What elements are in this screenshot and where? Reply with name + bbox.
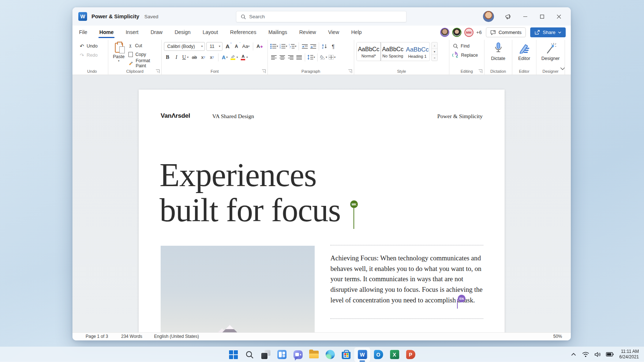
align-right-button[interactable]: [287, 53, 295, 61]
battery-button[interactable]: [605, 349, 615, 360]
editing-dialog-launcher[interactable]: ↘: [479, 69, 482, 73]
document-image[interactable]: [161, 246, 315, 332]
tab-design[interactable]: Design: [174, 26, 191, 38]
excel-taskbar-button[interactable]: X: [386, 347, 402, 362]
search-input[interactable]: Search: [236, 11, 407, 22]
tab-mailings[interactable]: Mailings: [267, 26, 288, 38]
show-paragraph-marks-button[interactable]: ¶: [329, 42, 337, 50]
tab-draw[interactable]: Draw: [150, 26, 163, 38]
style-scroll-down[interactable]: ▼: [432, 49, 437, 55]
collaborator-avatar-2[interactable]: [452, 28, 461, 37]
tab-file[interactable]: File: [78, 26, 88, 38]
outlook-taskbar-button[interactable]: O: [370, 347, 386, 362]
find-button[interactable]: Find: [452, 41, 482, 50]
maximize-button[interactable]: [533, 10, 550, 23]
share-button[interactable]: Share: [530, 27, 566, 37]
style-gallery-more[interactable]: ≡: [432, 55, 437, 61]
tray-overflow-button[interactable]: [569, 349, 579, 360]
font-dialog-launcher[interactable]: ↘: [262, 69, 266, 73]
taskbar-clock[interactable]: 11:11 AM 6/24/2021: [619, 349, 639, 360]
designer-button[interactable]: Designer: [539, 41, 562, 61]
comments-button[interactable]: Comments: [486, 27, 526, 37]
start-button[interactable]: [225, 347, 242, 362]
bullets-button[interactable]: ▾: [270, 42, 278, 50]
powerpoint-taskbar-button[interactable]: P: [402, 347, 419, 362]
close-button[interactable]: [550, 10, 567, 23]
edge-button[interactable]: [322, 347, 338, 362]
highlight-color-button[interactable]: ▾: [230, 53, 239, 61]
shrink-font-button[interactable]: Aˇ: [233, 42, 240, 50]
word-taskbar-button[interactable]: W: [354, 347, 370, 362]
font-name-select[interactable]: Calibri (Body) ▾: [164, 42, 205, 51]
align-left-button[interactable]: [270, 53, 278, 61]
style-normal[interactable]: AaBbCc Normal*: [356, 42, 381, 61]
microsoft-store-button[interactable]: [338, 347, 354, 362]
paragraph-dialog-launcher[interactable]: ↘: [348, 69, 352, 73]
clear-formatting-button[interactable]: A◆: [256, 42, 263, 50]
feedback-button[interactable]: [501, 10, 517, 23]
language-indicator[interactable]: English (United States): [154, 333, 199, 340]
dictate-button[interactable]: Dictate: [487, 41, 510, 61]
bold-button[interactable]: B: [164, 53, 171, 61]
word-count[interactable]: 234 Words: [121, 333, 142, 340]
task-view-button[interactable]: [258, 347, 274, 362]
undo-button[interactable]: ↶ Undo: [78, 41, 106, 50]
collaborator-avatar-3[interactable]: MM: [464, 28, 473, 37]
tab-home[interactable]: Home: [99, 26, 115, 38]
clipboard-dialog-launcher[interactable]: ↘: [156, 69, 160, 73]
italic-button[interactable]: I: [173, 53, 180, 61]
editor-button[interactable]: Editor: [514, 41, 534, 61]
file-explorer-button[interactable]: [306, 347, 322, 362]
replace-button[interactable]: bc Replace: [452, 50, 482, 60]
collaborators-more-count[interactable]: +6: [476, 30, 482, 35]
text-effects-button[interactable]: A▾: [221, 53, 228, 61]
format-painter-button[interactable]: Format Paint: [127, 59, 159, 68]
line-spacing-button[interactable]: ▾: [307, 53, 315, 61]
widgets-button[interactable]: [274, 347, 290, 362]
font-color-button[interactable]: A ▾: [240, 53, 248, 61]
format-painter-label: Format Paint: [136, 58, 158, 68]
sort-button[interactable]: AZ: [321, 42, 329, 50]
paste-button[interactable]: Paste ▾: [111, 41, 127, 68]
zoom-level[interactable]: 50%: [553, 333, 562, 340]
increase-indent-button[interactable]: [309, 42, 317, 50]
wifi-button[interactable]: [581, 349, 591, 360]
numbering-button[interactable]: 123 ▾: [279, 42, 288, 50]
taskbar-search-button[interactable]: [242, 347, 258, 362]
style-no-spacing[interactable]: AaBbCc No Spacing: [381, 42, 405, 61]
minimize-button[interactable]: [517, 10, 533, 23]
style-heading-1[interactable]: AaBbCc Heading 1: [405, 42, 430, 61]
tab-layout[interactable]: Layout: [202, 26, 219, 38]
collaborator-avatar-1[interactable]: [440, 28, 449, 37]
subscript-button[interactable]: x2: [199, 53, 207, 61]
heading-line-1: Experiences: [160, 158, 341, 193]
change-case-button[interactable]: Aa▾: [242, 42, 250, 50]
volume-button[interactable]: [593, 349, 603, 360]
justify-button[interactable]: [295, 53, 303, 61]
align-center-button[interactable]: [278, 53, 286, 61]
copy-button[interactable]: Copy: [127, 50, 159, 59]
cut-button[interactable]: ✂ Cut: [127, 41, 159, 50]
document-page[interactable]: VanΛrsdel VA Shared Design Power & Simpl…: [139, 90, 505, 332]
grow-font-button[interactable]: A^: [224, 42, 231, 50]
page-indicator[interactable]: Page 1 of 3: [86, 333, 108, 340]
tab-insert[interactable]: Insert: [125, 26, 139, 38]
multilevel-list-button[interactable]: 1ai ▾: [288, 42, 297, 50]
shading-button[interactable]: ▾: [319, 53, 327, 61]
document-header-right: Power & Simplicity: [437, 113, 483, 120]
decrease-indent-button[interactable]: [301, 42, 308, 50]
tab-review[interactable]: Review: [299, 26, 317, 38]
redo-button[interactable]: ↷ Redo: [78, 50, 106, 60]
underline-button[interactable]: U▾: [181, 53, 189, 61]
tab-view[interactable]: View: [327, 26, 340, 38]
borders-button[interactable]: ▾: [328, 53, 336, 61]
font-size-select[interactable]: 11 ▾: [206, 42, 222, 51]
chat-button[interactable]: [290, 347, 306, 362]
user-avatar[interactable]: [483, 11, 494, 22]
style-scroll-up[interactable]: ▲: [432, 42, 437, 49]
strikethrough-button[interactable]: ab: [191, 53, 198, 61]
tab-help[interactable]: Help: [351, 26, 363, 38]
collapse-ribbon-button[interactable]: [560, 65, 565, 72]
superscript-button[interactable]: x2: [208, 53, 216, 61]
tab-references[interactable]: References: [229, 26, 257, 38]
